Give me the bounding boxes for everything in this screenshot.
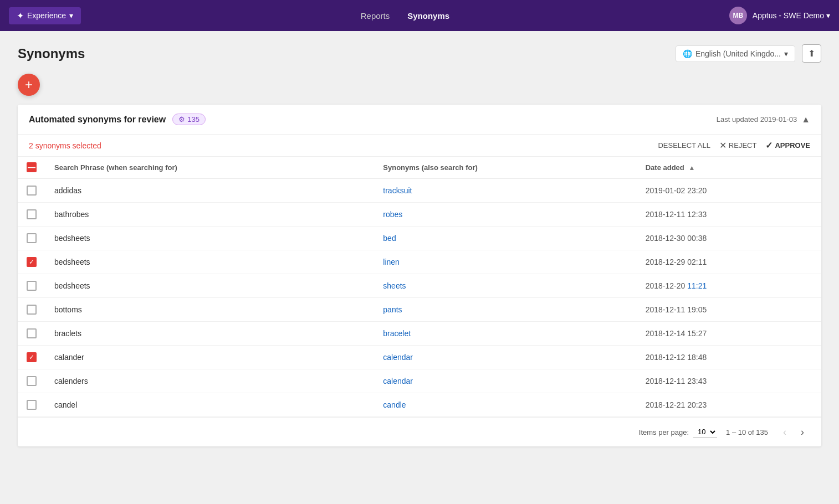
table-row: candelcandle2018-12-21 20:23 — [18, 393, 821, 417]
sort-icon: ▲ — [688, 164, 695, 172]
table-row: calenderscalendar2018-12-11 23:43 — [18, 369, 821, 393]
synonym-cell: robes — [374, 203, 636, 227]
deselect-all-button[interactable]: DESELECT ALL — [658, 141, 710, 150]
synonym-cell: bracelet — [374, 322, 636, 346]
synonym-link[interactable]: calendar — [383, 377, 413, 385]
row-checkbox[interactable] — [27, 305, 37, 315]
badge-count: 135 — [187, 115, 199, 124]
phrase-cell: bedsheets — [45, 250, 374, 274]
nav-synonyms[interactable]: Synonyms — [407, 11, 449, 20]
phrase-cell: bathrobes — [45, 203, 374, 227]
phrase-cell: addidas — [45, 178, 374, 203]
table-row: bedsheetsbed2018-12-30 00:38 — [18, 227, 821, 250]
page-title: Synonyms — [18, 46, 85, 61]
upload-icon: ⬆ — [808, 49, 815, 58]
phrase-cell: bedsheets — [45, 274, 374, 298]
table-row: addidastracksuit2019-01-02 23:20 — [18, 178, 821, 203]
selection-actions: DESELECT ALL ✕ REJECT ✓ APPROVE — [658, 140, 810, 151]
table-row: ✓bedsheetslinen2018-12-29 02:11 — [18, 250, 821, 274]
row-checkbox[interactable]: ✓ — [27, 352, 37, 362]
synonym-link[interactable]: linen — [383, 258, 400, 266]
date-cell: 2018-12-11 23:43 — [637, 369, 821, 393]
collapse-button[interactable]: ▲ — [801, 115, 810, 125]
card-title: Automated synonyms for review — [29, 115, 166, 125]
upload-button[interactable]: ⬆ — [802, 44, 821, 63]
synonym-link[interactable]: bed — [383, 234, 396, 243]
star-icon: ✦ — [17, 11, 24, 21]
nav-left: ✦ Experience ▾ — [9, 7, 81, 24]
experience-label: Experience — [27, 11, 66, 20]
row-checkbox-cell: ✓ — [18, 250, 45, 274]
synonym-cell: calendar — [374, 346, 636, 369]
synonyms-card: Automated synonyms for review ⚙ 135 Last… — [18, 105, 821, 446]
synonym-link[interactable]: tracksuit — [383, 186, 412, 195]
row-checkbox-cell — [18, 203, 45, 227]
user-menu[interactable]: Apptus - SWE Demo ▾ — [753, 11, 830, 20]
selection-bar: 2 synonyms selected DESELECT ALL ✕ REJEC… — [18, 135, 821, 157]
table-row: bedsheetssheets2018-12-20 11:21 — [18, 274, 821, 298]
pagination-info: 1 – 10 of 135 — [726, 428, 768, 436]
chevron-down-icon: ▾ — [784, 49, 788, 58]
row-checkbox[interactable] — [27, 376, 37, 386]
row-checkbox[interactable] — [27, 209, 37, 219]
table-row: bathrobesrobes2018-12-11 12:33 — [18, 203, 821, 227]
card-header-left: Automated synonyms for review ⚙ 135 — [29, 114, 206, 125]
synonym-link[interactable]: sheets — [383, 281, 406, 290]
synonym-cell: pants — [374, 298, 636, 322]
header-phrase: Search Phrase (when searching for) — [45, 157, 374, 178]
date-cell: 2018-12-21 20:23 — [637, 393, 821, 417]
nav-reports[interactable]: Reports — [361, 11, 390, 20]
date-cell: 2018-12-12 18:48 — [637, 346, 821, 369]
date-cell: 2019-01-02 23:20 — [637, 178, 821, 203]
header-synonyms: Synonyms (also search for) — [374, 157, 636, 178]
prev-page-button[interactable]: ‹ — [777, 424, 792, 440]
reject-button[interactable]: ✕ REJECT — [719, 140, 757, 151]
select-all-checkbox[interactable]: — — [27, 162, 37, 172]
synonym-cell: sheets — [374, 274, 636, 298]
items-per-page-label: Items per page: — [639, 428, 689, 436]
row-checkbox-cell — [18, 227, 45, 250]
add-synonym-button[interactable]: + — [18, 74, 40, 96]
synonym-cell: calendar — [374, 369, 636, 393]
synonym-link[interactable]: robes — [383, 210, 402, 219]
synonym-cell: tracksuit — [374, 178, 636, 203]
reject-icon: ✕ — [719, 140, 727, 151]
topnav: ✦ Experience ▾ Reports Synonyms MB Apptu… — [0, 0, 839, 31]
synonym-link[interactable]: candle — [383, 400, 406, 409]
row-checkbox[interactable] — [27, 400, 37, 410]
page-container: Synonyms 🌐 English (United Kingdo... ▾ ⬆… — [0, 31, 839, 460]
synonym-cell: linen — [374, 250, 636, 274]
page-header: Synonyms 🌐 English (United Kingdo... ▾ ⬆ — [18, 44, 821, 63]
row-checkbox[interactable] — [27, 328, 37, 338]
row-checkbox-cell — [18, 322, 45, 346]
selected-count-text: 2 synonyms selected — [29, 141, 101, 150]
synonym-cell: bed — [374, 227, 636, 250]
row-checkbox[interactable] — [27, 233, 37, 243]
synonym-link[interactable]: pants — [383, 305, 402, 314]
phrase-cell: braclets — [45, 322, 374, 346]
card-header: Automated synonyms for review ⚙ 135 Last… — [18, 105, 821, 135]
table-header-row: — Search Phrase (when searching for) Syn… — [18, 157, 821, 178]
row-checkbox[interactable] — [27, 186, 37, 196]
next-page-button[interactable]: › — [795, 424, 810, 440]
pagination-buttons: ‹ › — [777, 424, 810, 440]
row-checkbox-cell — [18, 178, 45, 203]
nav-right: MB Apptus - SWE Demo ▾ — [729, 7, 830, 24]
last-updated-label: Last updated 2019-01-03 — [717, 115, 797, 124]
experience-button[interactable]: ✦ Experience ▾ — [9, 7, 81, 24]
approve-button[interactable]: ✓ APPROVE — [765, 140, 810, 151]
table-row: bottomspants2018-12-11 19:05 — [18, 298, 821, 322]
row-checkbox[interactable]: ✓ — [27, 257, 37, 267]
synonym-link[interactable]: bracelet — [383, 329, 411, 338]
header-actions: 🌐 English (United Kingdo... ▾ ⬆ — [676, 44, 821, 63]
date-cell: 2018-12-11 19:05 — [637, 298, 821, 322]
language-selector[interactable]: 🌐 English (United Kingdo... ▾ — [676, 45, 795, 62]
row-checkbox[interactable] — [27, 281, 37, 291]
synonyms-table: — Search Phrase (when searching for) Syn… — [18, 157, 821, 417]
table-footer: Items per page: 10 25 50 1 – 10 of 135 ‹… — [18, 417, 821, 446]
synonym-link[interactable]: calendar — [383, 353, 413, 362]
badge-icon: ⚙ — [178, 115, 185, 124]
per-page-select[interactable]: 10 25 50 — [693, 426, 717, 438]
table-row: ✓calandercalendar2018-12-12 18:48 — [18, 346, 821, 369]
language-label: English (United Kingdo... — [695, 49, 781, 58]
